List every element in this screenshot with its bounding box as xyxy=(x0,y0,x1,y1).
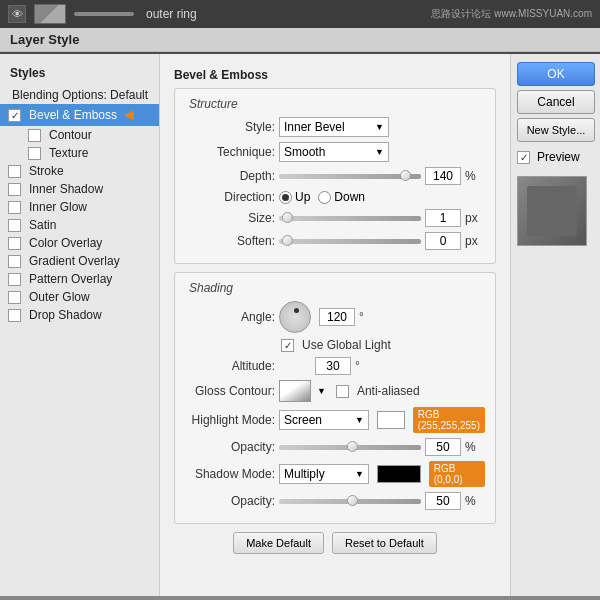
direction-row: Direction: Up Down xyxy=(185,190,485,204)
altitude-input[interactable] xyxy=(315,357,351,375)
preview-label: Preview xyxy=(537,150,580,164)
sidebar-item-satin[interactable]: Satin xyxy=(0,216,159,234)
top-bar: 👁 outer ring 思路设计论坛 www.MISSYUAN.com xyxy=(0,0,600,28)
gradient-overlay-checkbox[interactable] xyxy=(8,255,21,268)
size-slider[interactable] xyxy=(279,216,421,221)
reset-to-default-button[interactable]: Reset to Default xyxy=(332,532,437,554)
highlight-mode-value: Screen xyxy=(284,413,322,427)
inner-shadow-checkbox[interactable] xyxy=(8,183,21,196)
shadow-opacity-slider[interactable] xyxy=(279,499,421,504)
satin-checkbox[interactable] xyxy=(8,219,21,232)
visibility-icon[interactable]: 👁 xyxy=(8,5,26,23)
sidebar-item-blending-options[interactable]: Blending Options: Default xyxy=(0,86,159,104)
global-light-label: Use Global Light xyxy=(302,338,391,352)
inner-glow-label: Inner Glow xyxy=(29,200,87,214)
drop-shadow-checkbox[interactable] xyxy=(8,309,21,322)
soften-unit: px xyxy=(465,234,485,248)
sidebar-item-pattern-overlay[interactable]: Pattern Overlay xyxy=(0,270,159,288)
shadow-color-swatch[interactable] xyxy=(377,465,421,483)
soften-input[interactable]: 0 xyxy=(425,232,461,250)
depth-slider-thumb[interactable] xyxy=(400,170,411,181)
direction-down-label: Down xyxy=(334,190,365,204)
preview-checkbox[interactable] xyxy=(517,151,530,164)
sidebar-item-outer-glow[interactable]: Outer Glow xyxy=(0,288,159,306)
global-light-checkbox[interactable] xyxy=(281,339,294,352)
cancel-button[interactable]: Cancel xyxy=(517,90,595,114)
highlight-opacity-slider[interactable] xyxy=(279,445,421,450)
right-panel: OK Cancel New Style... Preview xyxy=(510,54,600,596)
sidebar-item-inner-glow[interactable]: Inner Glow xyxy=(0,198,159,216)
sidebar-item-texture[interactable]: Texture xyxy=(0,144,159,162)
soften-row: Soften: 0 px xyxy=(185,232,485,250)
gloss-contour-arrow: ▼ xyxy=(317,386,326,396)
direction-up-option[interactable]: Up xyxy=(279,190,310,204)
drop-shadow-label: Drop Shadow xyxy=(29,308,102,322)
sidebar-item-gradient-overlay[interactable]: Gradient Overlay xyxy=(0,252,159,270)
shadow-opacity-input[interactable] xyxy=(425,492,461,510)
direction-label: Direction: xyxy=(185,190,275,204)
style-dropdown[interactable]: Inner Bevel ▼ xyxy=(279,117,389,137)
top-slider[interactable] xyxy=(74,12,134,16)
highlight-color-swatch[interactable] xyxy=(377,411,405,429)
bottom-buttons: Make Default Reset to Default xyxy=(174,532,496,554)
angle-input[interactable] xyxy=(319,308,355,326)
gloss-contour-picker[interactable] xyxy=(279,380,311,402)
outer-glow-checkbox[interactable] xyxy=(8,291,21,304)
gloss-contour-row: Gloss Contour: ▼ Anti-aliased xyxy=(185,380,485,402)
soften-slider[interactable] xyxy=(279,239,421,244)
sidebar-item-stroke[interactable]: Stroke xyxy=(0,162,159,180)
direction-up-radio[interactable] xyxy=(279,191,292,204)
direction-down-option[interactable]: Down xyxy=(318,190,365,204)
soften-slider-thumb[interactable] xyxy=(282,235,293,246)
pattern-overlay-checkbox[interactable] xyxy=(8,273,21,286)
size-slider-thumb[interactable] xyxy=(282,212,293,223)
texture-checkbox[interactable] xyxy=(28,147,41,160)
shadow-opacity-thumb[interactable] xyxy=(347,495,358,506)
angle-picker[interactable] xyxy=(279,301,311,333)
depth-unit: % xyxy=(465,169,485,183)
blending-options-label: Blending Options: Default xyxy=(12,88,148,102)
make-default-button[interactable]: Make Default xyxy=(233,532,324,554)
structure-title: Structure xyxy=(185,97,485,111)
technique-label: Technique: xyxy=(185,145,275,159)
style-value: Inner Bevel xyxy=(284,120,345,134)
inner-glow-checkbox[interactable] xyxy=(8,201,21,214)
ok-button[interactable]: OK xyxy=(517,62,595,86)
angle-deg: ° xyxy=(359,310,379,324)
technique-dropdown[interactable]: Smooth ▼ xyxy=(279,142,389,162)
depth-slider[interactable] xyxy=(279,174,421,179)
altitude-deg: ° xyxy=(355,359,375,373)
sidebar-item-contour[interactable]: Contour xyxy=(0,126,159,144)
sidebar-item-inner-shadow[interactable]: Inner Shadow xyxy=(0,180,159,198)
depth-input[interactable]: 140 xyxy=(425,167,461,185)
dialog-title: Layer Style xyxy=(10,32,79,47)
sidebar-item-color-overlay[interactable]: Color Overlay xyxy=(0,234,159,252)
anti-aliased-checkbox[interactable] xyxy=(336,385,349,398)
highlight-opacity-thumb[interactable] xyxy=(347,441,358,452)
inner-shadow-label: Inner Shadow xyxy=(29,182,103,196)
layer-name: outer ring xyxy=(146,7,197,21)
stroke-checkbox[interactable] xyxy=(8,165,21,178)
sidebar-item-bevel-emboss[interactable]: Bevel & Emboss ◄ xyxy=(0,104,159,126)
shadow-mode-dropdown[interactable]: Multiply ▼ xyxy=(279,464,369,484)
bevel-emboss-checkbox[interactable] xyxy=(8,109,21,122)
sidebar-item-drop-shadow[interactable]: Drop Shadow xyxy=(0,306,159,324)
preview-inner xyxy=(527,186,577,236)
contour-checkbox[interactable] xyxy=(28,129,41,142)
highlight-mode-dropdown[interactable]: Screen ▼ xyxy=(279,410,369,430)
depth-label: Depth: xyxy=(185,169,275,183)
anti-aliased-option[interactable]: Anti-aliased xyxy=(336,384,420,398)
gradient-overlay-label: Gradient Overlay xyxy=(29,254,120,268)
new-style-button[interactable]: New Style... xyxy=(517,118,595,142)
color-overlay-checkbox[interactable] xyxy=(8,237,21,250)
highlight-mode-row: Highlight Mode: Screen ▼ RGB (255,255,25… xyxy=(185,407,485,433)
size-input[interactable]: 1 xyxy=(425,209,461,227)
style-row: Style: Inner Bevel ▼ xyxy=(185,117,485,137)
shadow-mode-row: Shadow Mode: Multiply ▼ RGB (0,0,0) xyxy=(185,461,485,487)
direction-down-radio[interactable] xyxy=(318,191,331,204)
highlight-opacity-row: Opacity: % xyxy=(185,438,485,456)
highlight-opacity-input[interactable] xyxy=(425,438,461,456)
global-light-option[interactable]: Use Global Light xyxy=(281,338,391,352)
shadow-rgb-label: RGB (0,0,0) xyxy=(429,461,485,487)
outer-glow-label: Outer Glow xyxy=(29,290,90,304)
